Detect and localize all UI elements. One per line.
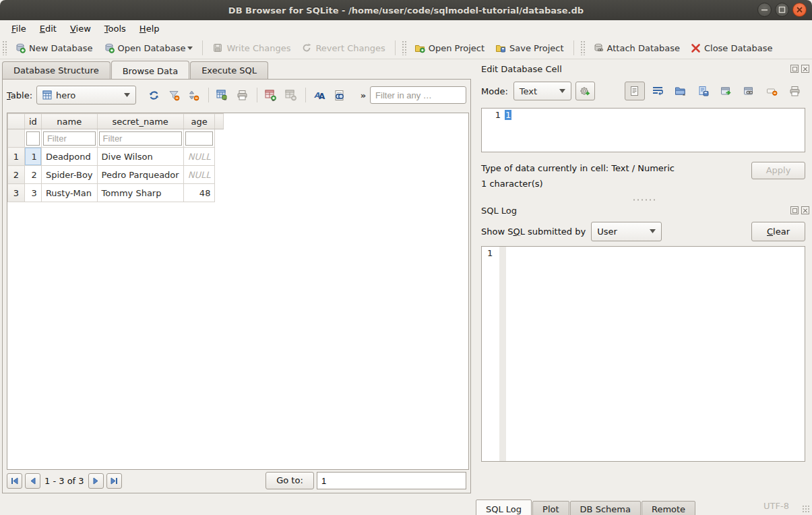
cell-secret-name[interactable]: Dive Wilson [97,148,183,166]
toolbar-overflow-chevron[interactable]: » [361,90,366,100]
sql-source-combobox[interactable]: User [591,222,662,241]
mode-combobox[interactable]: Text [513,82,571,100]
tab-execute-sql[interactable]: Execute SQL [190,61,268,80]
browse-data-panel: Database Structure Browse Data Execute S… [0,59,473,496]
word-wrap-button[interactable] [648,82,668,100]
cell-age[interactable]: 48 [183,184,215,202]
grid-corner[interactable] [8,114,25,129]
edit-display-format-button[interactable]: A A [310,86,330,104]
clear-all-filters-button[interactable] [164,86,184,104]
attach-database-button[interactable]: Attach Database [588,39,685,57]
close-database-button[interactable]: Close Database [685,40,778,57]
refresh-button[interactable] [144,86,164,104]
maximize-icon[interactable] [775,3,789,17]
filter-any-column-input[interactable] [370,86,466,104]
column-header-name[interactable]: name [41,114,97,129]
open-project-button[interactable]: Open Project [409,39,490,57]
first-record-icon [11,477,18,485]
new-database-button[interactable]: New Database [9,39,98,57]
cell-id[interactable]: 1 [25,148,42,166]
last-record-button[interactable] [106,473,122,489]
export-table-button[interactable] [213,86,233,104]
record-navigation: 1 - 3 of 3 Go to: [7,471,466,490]
cell-name[interactable]: Spider-Boy [41,166,97,184]
print-rows-button[interactable] [232,86,253,104]
apply-button[interactable]: Apply [751,162,805,179]
column-header-id[interactable]: id [25,114,42,129]
menu-file[interactable]: File [5,22,32,36]
minimize-icon[interactable] [757,3,772,17]
cell-name[interactable]: Deadpond [41,148,97,166]
import-data-button[interactable] [670,82,691,100]
cell-secret-name[interactable]: Tommy Sharp [97,184,183,202]
cell-id[interactable]: 2 [25,166,42,184]
sql-log-editor[interactable]: 1 [481,246,805,462]
text-mode-button[interactable] [625,82,645,100]
first-record-button[interactable] [7,473,22,489]
print-icon [789,86,801,97]
cell-name[interactable]: Rusty-Man [41,184,97,202]
auto-switch-mode-button[interactable] [575,82,595,100]
column-header-secret-name[interactable]: secret_name [97,114,183,129]
filter-input-id[interactable] [26,131,40,146]
next-record-button[interactable] [88,473,104,489]
close-icon[interactable] [792,3,807,17]
menu-view[interactable]: View [64,22,97,36]
export-data-button[interactable] [693,82,714,100]
filter-input-name[interactable] [43,131,96,146]
previous-record-button[interactable] [25,473,40,489]
title-bar[interactable]: DB Browser for SQLite - /home/user/code/… [0,0,812,20]
toolbar-grip[interactable] [580,40,586,55]
revert-changes-button[interactable]: Revert Changes [296,39,390,57]
float-panel-icon[interactable] [790,206,799,214]
tab-browse-data[interactable]: Browse Data [111,61,190,80]
menu-tools[interactable]: Tools [98,22,132,36]
open-database-button[interactable]: Open Database [98,39,199,57]
close-panel-icon[interactable] [801,206,809,214]
cell-editor[interactable]: 1 1 [481,108,805,152]
table-combobox[interactable]: hero [36,86,136,104]
panel-splitter[interactable] [476,195,812,204]
filter-input-age[interactable] [185,131,214,146]
cell-secret-name[interactable]: Pedro Parqueador [97,166,183,184]
filter-input-secret-name[interactable] [99,131,182,146]
open-in-external-button[interactable] [716,82,737,100]
tab-database-structure[interactable]: Database Structure [2,61,111,80]
goto-button[interactable]: Go to: [266,472,314,489]
write-changes-button[interactable]: Write Changes [207,39,296,57]
open-project-icon [414,42,425,53]
resize-grip[interactable] [802,505,810,513]
row-header[interactable]: 3 [8,184,25,202]
toolbar-grip[interactable] [402,40,407,55]
copy-link-button[interactable] [739,82,759,100]
table-row: 1 1 Deadpond Dive Wilson NULL [8,148,224,166]
save-project-button[interactable]: Save Project [490,39,569,57]
sql-log-dock-title: SQL Log [476,204,812,217]
browse-data-frame: Table: hero [2,79,471,493]
cell-age[interactable]: NULL [183,166,215,184]
set-null-button[interactable] [762,82,782,100]
menu-edit[interactable]: Edit [34,22,63,36]
close-panel-icon[interactable] [801,65,809,73]
cell-editor-content[interactable]: 1 [505,109,805,152]
print-cell-button[interactable] [785,82,805,100]
delete-record-button[interactable] [281,86,301,104]
menu-help[interactable]: Help [133,22,166,36]
find-in-table-button[interactable] [330,86,350,104]
insert-record-button[interactable] [261,86,282,104]
clear-sort-button[interactable] [184,86,204,104]
toolbar-grip[interactable] [2,40,7,55]
cell-age[interactable]: NULL [183,148,215,166]
column-header-age[interactable]: age [183,114,215,129]
row-header[interactable]: 1 [8,148,25,166]
clear-log-button[interactable]: Clear [751,222,805,241]
float-panel-icon[interactable] [790,65,799,73]
goto-record-input[interactable] [317,472,466,489]
main-toolbar: New Database Open Database Write Changes [0,37,812,59]
encoding-indicator[interactable]: UTF-8 [763,501,789,511]
write-changes-icon [212,42,223,53]
menu-bar: File Edit View Tools Help [0,20,812,37]
row-header[interactable]: 2 [8,166,25,184]
open-database-icon [104,42,115,53]
cell-id[interactable]: 3 [25,184,42,202]
